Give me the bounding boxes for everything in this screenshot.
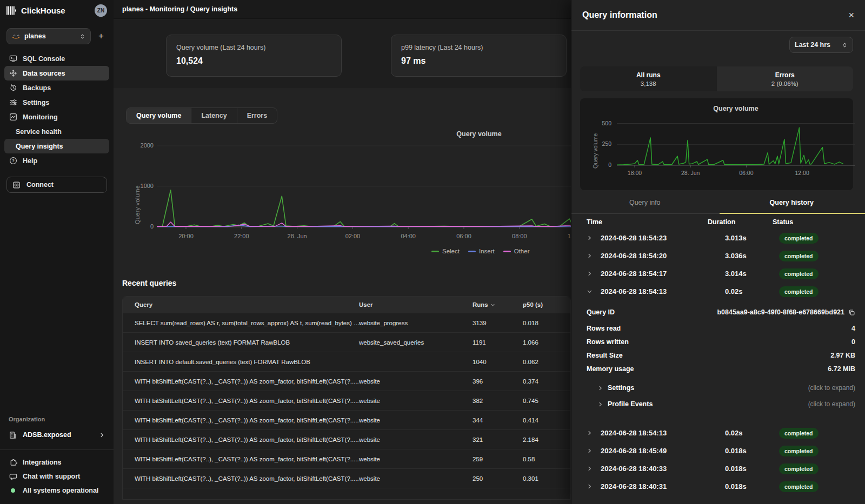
connect-button[interactable]: Connect bbox=[6, 177, 107, 193]
history-time: 2024-06-28 18:45:49 bbox=[601, 447, 725, 455]
table-row[interactable]: INSERT INTO saved_queries (text) FORMAT … bbox=[123, 332, 570, 352]
copy-icon[interactable] bbox=[848, 309, 855, 316]
cell-runs: 1040 bbox=[473, 359, 523, 365]
history-row[interactable]: 2024-06-28 18:45:490.018scompleted bbox=[571, 442, 865, 460]
table-row-partial bbox=[123, 488, 570, 499]
toggle-errors[interactable]: Errors 2 (0.06%) bbox=[717, 66, 854, 91]
tab-query-info[interactable]: Query info bbox=[571, 199, 718, 213]
close-icon[interactable]: × bbox=[848, 10, 854, 20]
tab-errors[interactable]: Errors bbox=[237, 108, 277, 123]
aws-icon bbox=[12, 33, 20, 39]
organization-item[interactable]: ADSB.exposed bbox=[0, 428, 114, 442]
recent-queries-body: SELECT sum(read_rows) AS r, sum(total_ro… bbox=[123, 313, 570, 499]
history-row[interactable]: 2024-06-28 18:54:173.014scompleted bbox=[571, 265, 865, 283]
history-row[interactable]: 2024-06-28 18:54:130.02scompleted bbox=[571, 424, 865, 442]
help-icon: ? bbox=[9, 157, 17, 165]
active-tab-underline bbox=[720, 213, 865, 214]
tab-query-volume[interactable]: Query volume bbox=[127, 108, 191, 123]
sidebar-item-label: Query insights bbox=[16, 143, 63, 150]
main-content: planes - Monitoring / Query insights Que… bbox=[114, 0, 571, 504]
history-row[interactable]: 2024-06-28 18:54:130.02scompleted bbox=[571, 283, 865, 300]
footer-item-all-systems-operational[interactable]: All systems operational bbox=[0, 483, 114, 498]
range-selector-dropdown[interactable]: Last 24 hrs bbox=[789, 37, 853, 53]
clickhouse-logo-icon bbox=[6, 6, 17, 15]
toggle-all-runs[interactable]: All runs 3,138 bbox=[580, 66, 717, 91]
history-time: 2024-06-28 18:54:13 bbox=[601, 429, 725, 437]
history-duration: 0.018s bbox=[725, 465, 779, 473]
legend-item-insert[interactable]: Insert bbox=[468, 248, 495, 254]
query-detail-expandables: Settings(click to expand)Profile Events(… bbox=[571, 380, 865, 412]
stat-value: 97 ms bbox=[401, 56, 556, 66]
query-id-value: b0845aa9-a8c9-49f0-8f68-e678669bd921 bbox=[717, 308, 844, 316]
table-row[interactable]: WITH bitShiftLeft(CAST(?..), _CAST(?..))… bbox=[123, 449, 570, 468]
detail-value: 6.72 MiB bbox=[634, 365, 855, 373]
sidebar-item-help[interactable]: ?Help bbox=[4, 153, 109, 168]
stat-card-p99-latency: p99 latency (Last 24 hours) 97 ms bbox=[391, 35, 567, 77]
sidebar-divider bbox=[0, 449, 114, 450]
history-time: 2024-06-28 18:54:23 bbox=[601, 234, 725, 242]
organization-name: ADSB.exposed bbox=[23, 431, 94, 439]
col-p50[interactable]: p50 (s) bbox=[523, 301, 570, 308]
col-runs[interactable]: Runs bbox=[473, 301, 523, 308]
status-badge: completed bbox=[779, 463, 819, 474]
detail-label: Rows written bbox=[587, 338, 629, 346]
x-tick-label: 20:00 bbox=[170, 233, 202, 239]
table-row[interactable]: WITH bitShiftLeft(CAST(?..), _CAST(?..))… bbox=[123, 429, 570, 449]
col-query[interactable]: Query bbox=[135, 301, 359, 308]
footer-item-chat-with-support[interactable]: Chat with support bbox=[0, 469, 114, 483]
table-row[interactable]: WITH bitShiftLeft(CAST(?..), _CAST(?..))… bbox=[123, 410, 570, 429]
history-row[interactable]: 2024-06-28 18:40:310.018scompleted bbox=[571, 478, 865, 495]
table-row[interactable]: WITH bitShiftLeft(CAST(?..), _CAST(?..))… bbox=[123, 391, 570, 410]
expandable-settings[interactable]: Settings(click to expand) bbox=[571, 380, 865, 396]
sidebar: ClickHouse ZN planes + SQL ConsoleData bbox=[0, 0, 114, 504]
col-duration: Duration bbox=[708, 218, 773, 226]
legend-item-other[interactable]: Other bbox=[503, 248, 530, 254]
detail-value: 0 bbox=[629, 338, 855, 346]
stat-label: Query volume (Last 24 hours) bbox=[176, 44, 331, 51]
sidebar-item-sql-console[interactable]: SQL Console bbox=[4, 51, 109, 66]
table-row[interactable]: SELECT sum(read_rows) AS r, sum(total_ro… bbox=[123, 313, 570, 332]
tab-latency[interactable]: Latency bbox=[191, 108, 236, 123]
col-user[interactable]: User bbox=[359, 301, 473, 308]
sidebar-item-service-health[interactable]: Service health bbox=[4, 124, 109, 139]
service-select[interactable]: planes bbox=[6, 28, 91, 44]
table-row[interactable]: WITH bitShiftLeft(CAST(?..), _CAST(?..))… bbox=[123, 371, 570, 391]
history-duration: 3.036s bbox=[725, 252, 779, 260]
tab-query-history[interactable]: Query history bbox=[718, 199, 865, 213]
user-avatar[interactable]: ZN bbox=[95, 4, 107, 17]
cell-user: website bbox=[359, 436, 473, 443]
add-service-button[interactable]: + bbox=[95, 31, 107, 42]
cell-p50: 0.58 bbox=[523, 456, 570, 462]
footer-item-integrations[interactable]: Integrations bbox=[0, 455, 114, 469]
table-row[interactable]: INSERT INTO default.saved_queries (text)… bbox=[123, 352, 570, 371]
query-information-panel: Query information × Last 24 hrs All runs… bbox=[571, 0, 865, 504]
main-chart-legend: SelectInsertOther bbox=[431, 248, 530, 254]
detail-field-memory-usage: Memory usage6.72 MiB bbox=[571, 362, 865, 375]
expandable-profile-events[interactable]: Profile Events(click to expand) bbox=[571, 396, 865, 412]
legend-item-select[interactable]: Select bbox=[431, 248, 460, 254]
sidebar-item-label: Data sources bbox=[23, 70, 65, 77]
query-id-label: Query ID bbox=[587, 308, 615, 316]
sidebar-nav: SQL ConsoleData sourcesBackupsSettingsMo… bbox=[0, 51, 114, 168]
sidebar-item-backups[interactable]: Backups bbox=[4, 80, 109, 95]
sidebar-item-data-sources[interactable]: Data sources bbox=[4, 66, 109, 80]
chevron-right-icon bbox=[597, 385, 603, 391]
sidebar-item-label: Service health bbox=[16, 128, 62, 136]
x-tick-label: 08:00 bbox=[503, 233, 536, 239]
sidebar-item-settings[interactable]: Settings bbox=[4, 95, 109, 110]
history-row[interactable]: 2024-06-28 18:54:233.013scompleted bbox=[571, 229, 865, 247]
range-selector-value: Last 24 hrs bbox=[795, 41, 839, 49]
history-row[interactable]: 2024-06-28 18:54:203.036scompleted bbox=[571, 247, 865, 265]
history-time: 2024-06-28 18:54:13 bbox=[601, 287, 725, 295]
history-row[interactable]: 2024-06-28 18:40:330.018scompleted bbox=[571, 460, 865, 478]
y-tick-label: 0 bbox=[588, 162, 611, 168]
organization-heading: Organization bbox=[0, 416, 114, 422]
history-header: Time Duration Status bbox=[571, 215, 865, 229]
sidebar-item-query-insights[interactable]: Query insights bbox=[4, 139, 109, 153]
status-badge: completed bbox=[779, 481, 819, 492]
table-row[interactable]: WITH bitShiftLeft(CAST(?..), _CAST(?..))… bbox=[123, 468, 570, 488]
sidebar-item-monitoring[interactable]: Monitoring bbox=[4, 110, 109, 124]
cell-runs: 250 bbox=[473, 475, 523, 482]
service-selector-row: planes + bbox=[6, 28, 107, 44]
chevron-right-icon bbox=[587, 271, 601, 277]
